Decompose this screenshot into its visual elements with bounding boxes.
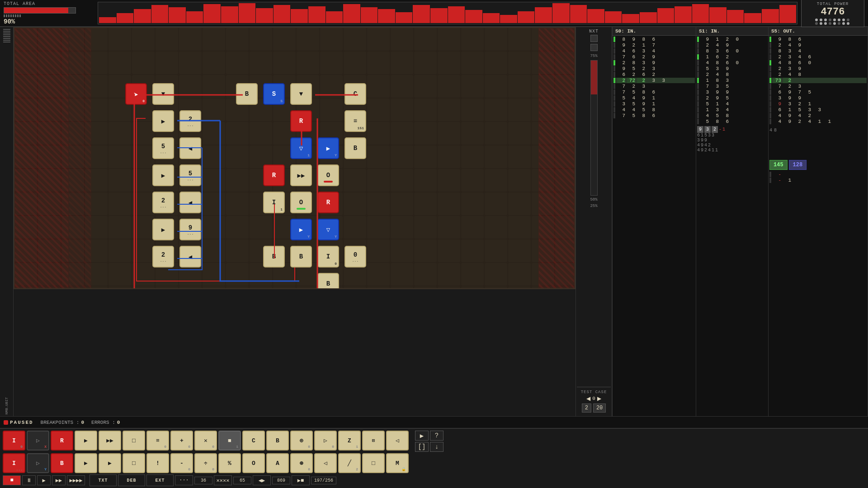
- bottom-toolbar: ■ ⏸ ▶ ▶▶ ▶▶▶▶ TXT DEB EXT ··· 36 ✕✕✕✕ 65…: [3, 474, 865, 486]
- tb2-btn-diag[interactable]: ╱ 2: [338, 453, 361, 473]
- node-play-4[interactable]: ▶: [152, 219, 174, 240]
- tb-btn-xor[interactable]: ⊕ 0: [290, 431, 313, 450]
- tc-prev-btn[interactable]: ◀: [586, 395, 590, 402]
- node-r-2[interactable]: R: [290, 110, 312, 132]
- node-num-5b[interactable]: 5 ...: [179, 164, 201, 186]
- tb2-btn-b[interactable]: B: [51, 453, 73, 473]
- tb-btn-prev[interactable]: ◁: [386, 431, 409, 450]
- tb2-btn-play-y[interactable]: ▷ Y: [27, 453, 49, 473]
- rs-btn-bracket[interactable]: ▶: [415, 431, 429, 441]
- tb2-btn-mod[interactable]: %: [218, 453, 241, 473]
- node-label: 0: [354, 251, 357, 258]
- tb-btn-grid[interactable]: ⊞: [362, 431, 385, 450]
- bt-fff[interactable]: ▶▶▶▶: [67, 475, 85, 485]
- node-left-3[interactable]: ◀: [179, 246, 201, 267]
- node-b-4[interactable]: B: [290, 246, 312, 267]
- tb-btn-b[interactable]: B: [266, 431, 289, 450]
- bt-xxx[interactable]: ✕✕✕✕: [214, 475, 232, 485]
- tc-next-btn[interactable]: ▶: [597, 395, 601, 402]
- tb-btn-black[interactable]: ■ 1: [218, 431, 241, 450]
- tb2-btn-o[interactable]: O: [242, 453, 265, 473]
- node-s-blue[interactable]: S S: [263, 83, 285, 105]
- tb2-btn-a[interactable]: A: [266, 453, 289, 473]
- tb-btn-ff[interactable]: ▶▶: [99, 431, 121, 450]
- tb-btn-z[interactable]: Z 1: [338, 431, 361, 450]
- bt-dots[interactable]: ···: [175, 475, 193, 485]
- tb-btn-gt[interactable]: ▷ 0: [314, 431, 337, 450]
- rs-btn-up[interactable]: ?: [430, 431, 443, 441]
- node-r-4[interactable]: R: [317, 192, 339, 213]
- node-play-2[interactable]: ▶: [152, 110, 174, 132]
- node-b-5[interactable]: B: [317, 273, 339, 289]
- tb-btn-add[interactable]: + 0: [170, 431, 193, 450]
- node-num-5[interactable]: 5 ...: [152, 137, 174, 159]
- node-b-3[interactable]: B: [263, 246, 285, 267]
- rs-btn-down[interactable]: ↓: [430, 442, 443, 452]
- dc: 7: [647, 42, 655, 48]
- tb-btn-c[interactable]: C: [242, 431, 265, 450]
- tb-btn-i[interactable]: I 0: [3, 431, 25, 450]
- tb2-btn-i[interactable]: I ...: [3, 453, 25, 473]
- bt-play[interactable]: ▶: [37, 475, 51, 485]
- node-left-arrow[interactable]: ◀: [179, 137, 201, 159]
- node-num-2[interactable]: 2 ...: [179, 110, 201, 132]
- node-num-9[interactable]: 9 ...: [179, 219, 201, 240]
- node-down-blue-2[interactable]: ▽ Y: [317, 219, 339, 240]
- bt-arrow-lr[interactable]: ◀▶: [253, 475, 271, 485]
- node-down-2[interactable]: ▼: [290, 83, 312, 105]
- dc: 1: [637, 42, 645, 48]
- bt-txt[interactable]: TXT: [90, 474, 117, 486]
- node-r-play[interactable]: ▶ 0: [125, 83, 147, 105]
- tb-btn-play[interactable]: ▶: [75, 431, 97, 450]
- tb-btn-mul[interactable]: ✕ 0: [194, 431, 217, 450]
- node-o-2[interactable]: O: [290, 192, 312, 213]
- bt-stop[interactable]: ■: [3, 475, 21, 485]
- node-sub: Y: [307, 235, 310, 239]
- tb-btn-eq[interactable]: ≡ 0: [146, 431, 169, 450]
- tb2-btn-sq[interactable]: □: [362, 453, 385, 473]
- bt-ext[interactable]: EXT: [146, 474, 174, 486]
- tb-btn-r[interactable]: R: [51, 431, 73, 450]
- node-r-3[interactable]: R: [263, 164, 285, 186]
- tb-btn-halt[interactable]: □: [123, 431, 145, 450]
- tb2-btn-not[interactable]: !: [146, 453, 169, 473]
- schematic-area[interactable]: ▶ 0 ▼ B S S ▼ C ▶ 2 ... R ≡: [14, 27, 576, 289]
- bt-pause[interactable]: ⏸: [22, 475, 36, 485]
- node-play-3[interactable]: ▶: [152, 164, 174, 186]
- node-num-2c[interactable]: 2 ...: [152, 246, 174, 267]
- node-down-arrow[interactable]: ▼: [152, 83, 174, 105]
- tb2-btn-play2[interactable]: ▶: [99, 453, 121, 473]
- tb2-btn-lt[interactable]: ◁: [314, 453, 337, 473]
- node-i-2[interactable]: I 0: [317, 246, 339, 267]
- tb2-btn-xnor[interactable]: ⊛ 0: [290, 453, 313, 473]
- bt-deb[interactable]: DEB: [118, 474, 145, 486]
- tb2-btn-halt[interactable]: □: [123, 453, 145, 473]
- node-b-1[interactable]: B: [236, 83, 258, 105]
- tb-btn-play-x[interactable]: ▷ X: [27, 431, 49, 450]
- node-down-blue[interactable]: ▽ 1: [290, 137, 312, 159]
- wbar: [134, 9, 151, 23]
- node-i-1[interactable]: I 1: [263, 192, 285, 213]
- node-play-blue[interactable]: ▶ Y: [317, 137, 339, 159]
- node-eq-1[interactable]: ≡ 151: [344, 110, 366, 132]
- node-left-2[interactable]: ◀: [179, 192, 201, 213]
- node-b-2[interactable]: B: [344, 137, 366, 159]
- tb2-btn-m[interactable]: M 🔒: [386, 453, 409, 473]
- data-row: 735: [697, 84, 767, 89]
- node-c-1[interactable]: C: [344, 83, 366, 105]
- bt-film[interactable]: ▶■: [292, 475, 310, 485]
- scroll-track[interactable]: [590, 60, 598, 196]
- bt-ff[interactable]: ▶▶: [52, 475, 66, 485]
- tb2-btn-sub[interactable]: - 0: [170, 453, 193, 473]
- node-o-1[interactable]: O: [317, 164, 339, 186]
- btn-sub: 0: [308, 445, 310, 449]
- tb2-btn-div[interactable]: ÷ 0: [194, 453, 217, 473]
- node-ff-1[interactable]: ▶▶: [290, 164, 312, 186]
- dc: 1: [647, 101, 655, 107]
- tb2-btn-play[interactable]: ▶: [75, 453, 97, 473]
- dc: 3: [813, 107, 821, 113]
- node-play-blue-2[interactable]: ▶ Y: [290, 219, 312, 240]
- node-num-2b[interactable]: 2 ...: [152, 192, 174, 213]
- node-num-0[interactable]: 0 ...: [344, 246, 366, 267]
- rs-btn-question[interactable]: []: [415, 442, 429, 452]
